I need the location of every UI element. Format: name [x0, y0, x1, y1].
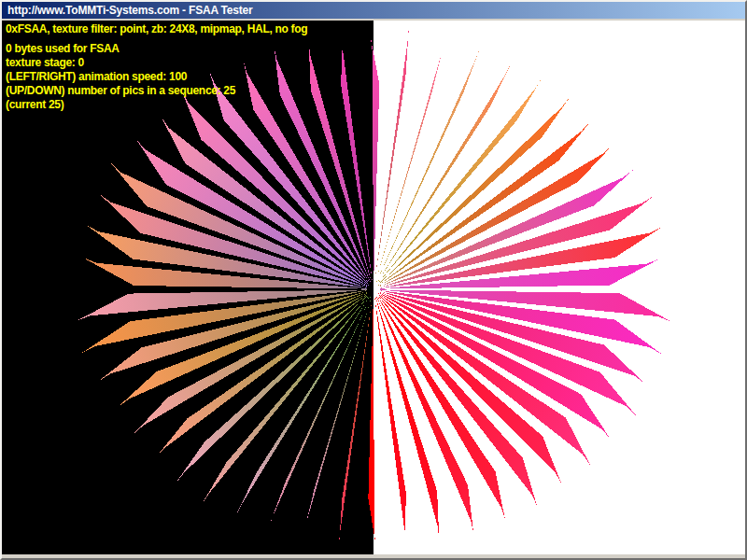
overlay-line-anim-speed: (LEFT/RIGHT) animation speed: 100 [6, 70, 307, 84]
window-bottom-edge [2, 554, 745, 558]
diagnostic-overlay: 0xFSAA, texture filter: point, zb: 24X8,… [6, 22, 307, 112]
overlay-line-pics-sequence: (UP/DOWN) number of pics in a sequence: … [6, 84, 307, 98]
overlay-line-current: (current 25) [6, 98, 307, 112]
overlay-line-fsaa-mode: 0xFSAA, texture filter: point, zb: 24X8,… [6, 22, 307, 36]
window-title-text: http://www.ToMMTi-Systems.com - FSAA Tes… [7, 4, 253, 17]
overlay-line-texture-stage: texture stage: 0 [6, 56, 307, 70]
fsaa-tester-window: http://www.ToMMTi-Systems.com - FSAA Tes… [0, 0, 747, 560]
overlay-line-bytes: 0 bytes used for FSAA [6, 42, 307, 56]
window-titlebar[interactable]: http://www.ToMMTi-Systems.com - FSAA Tes… [2, 2, 745, 19]
render-client-area: 0xFSAA, texture filter: point, zb: 24X8,… [2, 21, 745, 554]
